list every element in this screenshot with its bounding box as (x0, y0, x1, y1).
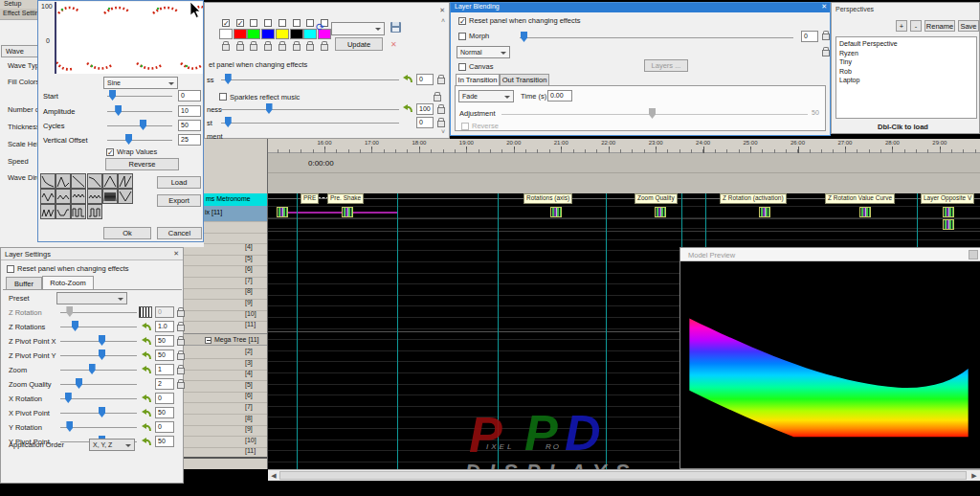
value-curve-icon[interactable] (141, 336, 152, 347)
track-row-label[interactable]: [7] (245, 277, 253, 283)
effect-icon[interactable] (655, 207, 666, 217)
wave-param-slider-thumb[interactable] (140, 120, 146, 130)
update-button[interactable]: Update (335, 37, 383, 51)
track-row-label[interactable]: [4] (245, 243, 253, 250)
palette-checkbox[interactable]: ✓ (222, 19, 230, 27)
value-curve-icon[interactable] (141, 422, 152, 433)
scroll-up-icon[interactable]: ˄ (441, 17, 445, 24)
param-value-field[interactable]: 50 (155, 349, 174, 361)
value-curve-icon[interactable] (141, 322, 152, 332)
value-curve-icon[interactable] (402, 74, 413, 84)
curve-preset-dip-curve[interactable] (56, 204, 71, 219)
effect-icon[interactable] (859, 207, 871, 217)
lock-icon[interactable] (177, 336, 184, 345)
lock-icon[interactable] (278, 41, 285, 50)
wave-param-slider-thumb[interactable] (125, 134, 132, 145)
track-row-label[interactable]: [8] (245, 287, 253, 294)
perspective-item[interactable]: Rob (839, 68, 852, 75)
palette-checkbox[interactable] (264, 19, 272, 27)
curve-preset-triangle[interactable] (102, 173, 118, 189)
remove-perspective-button[interactable]: - (910, 20, 922, 32)
add-perspective-button[interactable]: + (896, 20, 907, 32)
scroll-down-icon[interactable]: ˅ (441, 128, 445, 135)
track-row-label[interactable]: [7] (245, 403, 253, 410)
timing-mark-label[interactable]: Z Rotation (activation) (720, 193, 787, 204)
lock-icon[interactable] (822, 47, 829, 56)
palette-preset-dropdown[interactable] (331, 22, 385, 35)
track-row-label[interactable]: [6] (245, 265, 253, 272)
wave-param-slider[interactable] (107, 140, 172, 141)
model-group-header[interactable]: Mega Tree [11] (182, 333, 267, 346)
cancel-button[interactable]: Cancel (157, 227, 202, 239)
param-value-field[interactable]: 1.0 (155, 321, 174, 332)
perspective-item[interactable]: Default Perspective (839, 40, 898, 47)
load-button[interactable]: Load (157, 176, 201, 189)
track-row-label[interactable]: [2] (245, 348, 253, 354)
wave-param-value-field[interactable]: 25 (178, 134, 201, 146)
param-slider[interactable] (221, 123, 399, 124)
curve-preset-square-pulse[interactable] (87, 204, 102, 219)
param-value-field[interactable]: 0 (155, 306, 174, 318)
track-row-label[interactable]: [11] (245, 447, 256, 454)
morph-slider-thumb[interactable] (521, 32, 527, 42)
blend-mode-dropdown[interactable]: Normal (457, 46, 510, 58)
param-value-field[interactable]: 0 (416, 74, 434, 85)
model-preview-titlebar[interactable]: Model Preview (680, 248, 980, 261)
param-slider-thumb[interactable] (266, 103, 273, 114)
param-value-field[interactable]: 0 (155, 421, 174, 433)
adjustment-slider-thumb[interactable] (649, 108, 656, 119)
lock-icon[interactable] (437, 104, 444, 113)
curve-preset-concave-down[interactable] (87, 173, 102, 189)
param-value-field[interactable]: 2 (155, 378, 174, 390)
lock-icon[interactable] (177, 379, 184, 388)
track-row-label[interactable]: [5] (245, 255, 253, 261)
curve-preset-square-wave[interactable] (71, 204, 86, 219)
lock-icon[interactable] (437, 118, 444, 126)
ok-button[interactable]: Ok (103, 227, 151, 239)
track-row-label[interactable]: [10] (245, 437, 256, 443)
delete-palette-icon[interactable]: ✕ (390, 40, 397, 49)
wave-param-slider-thumb[interactable] (115, 105, 122, 116)
preset-dropdown[interactable] (56, 292, 127, 304)
wave-param-value-field[interactable]: 0 (178, 90, 201, 101)
reverse-checkbox[interactable] (461, 123, 469, 130)
track-row-label[interactable]: [9] (245, 425, 253, 432)
wave-param-value-field[interactable]: 50 (178, 120, 201, 131)
perspectives-list[interactable]: Default PerspectiveRyzenTinyRobLaptop (835, 36, 977, 119)
track-row-label[interactable]: [9] (245, 299, 253, 305)
close-icon[interactable]: ✕ (439, 7, 445, 14)
value-curve-graph[interactable] (55, 2, 203, 74)
track-row-label[interactable]: [3] (245, 359, 253, 366)
value-curve-icon[interactable] (141, 350, 152, 361)
timing-mark-label[interactable]: PRE (301, 193, 319, 204)
wave-type-dropdown[interactable]: Sine (103, 77, 178, 89)
effect-icon[interactable] (943, 207, 954, 217)
layer-blending-titlebar[interactable]: Layer Blending ✕ (451, 3, 830, 12)
curve-preset-dense-wave[interactable] (102, 189, 118, 204)
scroll-left-arrow[interactable]: ◀ (269, 471, 278, 481)
menu-setup[interactable]: Setup (4, 0, 21, 7)
transition-type-dropdown[interactable]: Fade (458, 90, 514, 102)
param-slider[interactable] (221, 109, 399, 110)
param-slider[interactable] (60, 398, 137, 399)
close-icon[interactable]: ✕ (173, 250, 179, 258)
param-slider[interactable] (60, 384, 137, 385)
timeline-ruler[interactable]: 16:0017:0018:0019:0020:0021:0022:0023:00… (268, 139, 980, 153)
track-row-label[interactable]: [11] (245, 321, 256, 327)
palette-checkbox[interactable] (250, 19, 257, 27)
close-icon[interactable]: ✕ (821, 3, 827, 11)
lock-icon[interactable] (177, 322, 184, 330)
scroll-thumb[interactable] (279, 471, 967, 480)
curve-preset-double-wave[interactable] (71, 189, 86, 204)
param-value-field[interactable]: 100 (416, 103, 434, 115)
color-swatch[interactable] (219, 29, 233, 39)
curve-preset-ramp-split[interactable] (118, 173, 133, 189)
lock-icon[interactable] (177, 365, 184, 373)
rename-perspective-button[interactable]: Rename (924, 20, 955, 32)
horizontal-scrollbar[interactable]: ◀ ▶ (268, 469, 980, 481)
color-swatch[interactable] (261, 29, 275, 39)
track-row-label[interactable]: [8] (245, 415, 253, 421)
lock-icon[interactable] (264, 41, 271, 50)
curve-preset-bump[interactable] (56, 173, 71, 189)
param-slider-thumb[interactable] (225, 74, 232, 84)
